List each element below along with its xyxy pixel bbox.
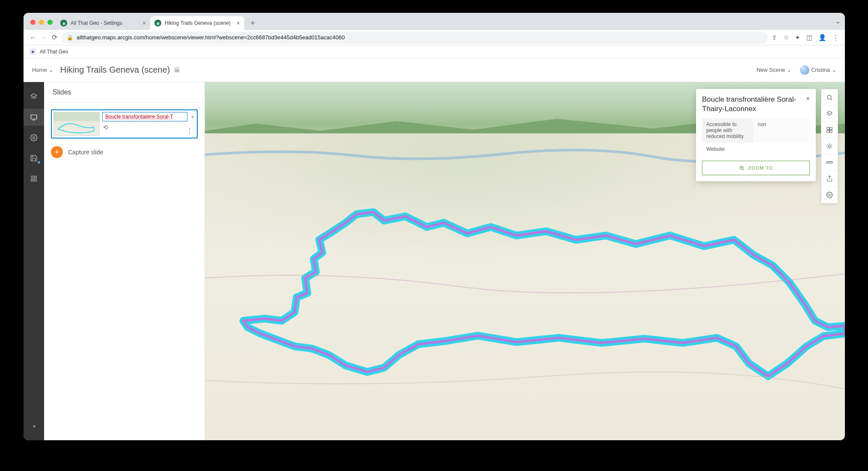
- feature-popup: Boucle transfrontalière Soral-Thairy-Lac…: [696, 89, 816, 181]
- star-icon[interactable]: ☆: [783, 34, 789, 41]
- rail-settings-button[interactable]: [24, 129, 44, 146]
- chevron-down-icon: ⌄: [832, 67, 836, 73]
- rail-apps-button[interactable]: [24, 170, 44, 187]
- new-scene-dropdown[interactable]: New Scene ⌄: [756, 67, 791, 73]
- close-tab-icon[interactable]: ×: [142, 20, 146, 26]
- svg-point-35: [829, 194, 830, 196]
- minimize-window-button[interactable]: [39, 20, 44, 25]
- chevron-down-icon: ⌄: [49, 67, 53, 73]
- rail-layers-button[interactable]: [24, 88, 44, 105]
- add-slide-button[interactable]: +: [51, 146, 63, 158]
- svg-rect-7: [34, 179, 36, 181]
- slide-thumbnail: [53, 112, 100, 136]
- svg-rect-19: [830, 130, 832, 132]
- lock-icon: 🔒: [67, 35, 73, 41]
- menu-icon[interactable]: ⋮: [832, 34, 839, 41]
- attr-label: Website: [702, 143, 753, 156]
- svg-line-10: [743, 169, 744, 171]
- address-bar[interactable]: 🔒 allthatgeo.maps.arcgis.com/home/websce…: [62, 32, 767, 44]
- refresh-slide-icon[interactable]: ⟲: [103, 124, 108, 131]
- user-name: Cristina: [811, 67, 830, 73]
- share-tool-button[interactable]: [821, 171, 838, 187]
- svg-rect-17: [830, 127, 832, 130]
- window-controls: [29, 20, 56, 30]
- rail-save-button[interactable]: [24, 150, 44, 167]
- rail-collapse-button[interactable]: ››: [24, 417, 44, 434]
- back-button[interactable]: ←: [30, 34, 36, 41]
- new-tab-button[interactable]: +: [247, 17, 259, 29]
- scene-title: Hiking Trails Geneva (scene) 🏛: [60, 65, 181, 75]
- attr-value: non: [753, 118, 810, 143]
- layers-tool-button[interactable]: [821, 106, 838, 122]
- slide-more-icon[interactable]: ⋮: [186, 127, 193, 135]
- forward-button[interactable]: →: [41, 34, 47, 41]
- svg-line-25: [827, 144, 828, 144]
- panel-title-text: Slides: [53, 88, 71, 96]
- home-dropdown[interactable]: Home ⌄: [32, 67, 53, 73]
- scene-viewport[interactable]: Boucle transfrontalière Soral-Thairy-Lac…: [205, 82, 845, 440]
- bookmark-item[interactable]: All That Geo: [40, 49, 68, 55]
- daylight-tool-button[interactable]: [821, 138, 838, 154]
- extensions-icon[interactable]: ✦: [795, 34, 800, 41]
- new-scene-label: New Scene: [756, 67, 785, 73]
- popup-attributes: Accessible to people with reduced mobili…: [702, 118, 810, 156]
- browser-tab-active[interactable]: ◉ Hiking Trails Geneva (scene) ×: [150, 16, 244, 30]
- slide-title-text: Boucle transfontalière Soral-T: [105, 114, 173, 120]
- settings-tool-button[interactable]: [821, 187, 838, 203]
- slide-card[interactable]: Boucle transfontalière Soral-T × ⟲ ⋮: [51, 109, 198, 138]
- bookmark-favicon: ◈: [30, 48, 36, 55]
- unsaved-badge: [38, 161, 40, 164]
- close-window-button[interactable]: [30, 20, 36, 25]
- svg-line-27: [827, 147, 828, 148]
- svg-rect-5: [34, 176, 36, 178]
- close-tab-icon[interactable]: ×: [237, 20, 240, 26]
- svg-rect-6: [31, 179, 33, 181]
- slide-title-input[interactable]: Boucle transfontalière Soral-T: [102, 112, 187, 121]
- svg-rect-1: [31, 115, 37, 119]
- chevron-down-icon: ⌄: [787, 67, 791, 73]
- main-layout: ›› Slides Boucle transfontalière Soral-T: [24, 82, 845, 440]
- search-tool-button[interactable]: [821, 89, 838, 106]
- svg-rect-8: [54, 112, 99, 121]
- capture-slide-row[interactable]: + Capture slide: [51, 146, 198, 158]
- panel-title: Slides: [44, 82, 204, 103]
- svg-point-20: [828, 145, 830, 147]
- app-header: Home ⌄ Hiking Trails Geneva (scene) 🏛 Ne…: [24, 58, 845, 82]
- zoom-to-button[interactable]: ZOOM TO: [702, 161, 810, 175]
- share-icon[interactable]: ⇪: [772, 34, 777, 41]
- scene-toolbar: [821, 89, 838, 203]
- table-row: Website: [702, 143, 810, 156]
- table-row: Accessible to people with reduced mobili…: [702, 118, 810, 143]
- svg-line-28: [831, 144, 831, 144]
- browser-tab[interactable]: ◉ All That Geo - Settings ×: [56, 16, 150, 30]
- basemap-tool-button[interactable]: [821, 122, 838, 138]
- profile-icon[interactable]: 👤: [818, 34, 827, 41]
- browser-tabbar: ◉ All That Geo - Settings × ◉ Hiking Tra…: [24, 13, 845, 30]
- close-popup-icon[interactable]: ×: [806, 95, 810, 103]
- attr-label: Accessible to people with reduced mobili…: [702, 118, 753, 143]
- user-menu[interactable]: Cristina ⌄: [800, 65, 836, 75]
- rail-slides-button[interactable]: [24, 109, 44, 126]
- measure-tool-button[interactable]: [821, 154, 838, 171]
- url-text: allthatgeo.maps.arcgis.com/home/webscene…: [77, 34, 345, 41]
- reload-button[interactable]: ⟳: [52, 33, 57, 41]
- capture-slide-label: Capture slide: [68, 149, 104, 156]
- svg-marker-0: [31, 94, 37, 97]
- svg-rect-18: [827, 130, 829, 132]
- tab-title: All That Geo - Settings: [71, 20, 122, 26]
- favicon-icon: ◉: [60, 20, 67, 26]
- browser-window: ◉ All That Geo - Settings × ◉ Hiking Tra…: [24, 13, 845, 440]
- tab-title: Hiking Trails Geneva (scene): [165, 20, 231, 26]
- tab-overflow-icon[interactable]: ⌄: [835, 17, 841, 25]
- popup-title: Boucle transfrontalière Soral-Thairy-Lac…: [702, 95, 806, 114]
- panel-icon[interactable]: ◫: [806, 34, 812, 41]
- svg-marker-15: [827, 111, 832, 114]
- svg-rect-4: [31, 176, 33, 178]
- svg-point-13: [827, 95, 831, 99]
- maximize-window-button[interactable]: [47, 20, 53, 25]
- thumbnail-icon[interactable]: 🏛: [174, 67, 180, 74]
- browser-toolbar: ← → ⟳ 🔒 allthatgeo.maps.arcgis.com/home/…: [24, 30, 845, 45]
- clear-slide-title-icon[interactable]: ×: [190, 114, 195, 120]
- avatar: [800, 65, 809, 75]
- zoom-to-label: ZOOM TO: [748, 165, 773, 171]
